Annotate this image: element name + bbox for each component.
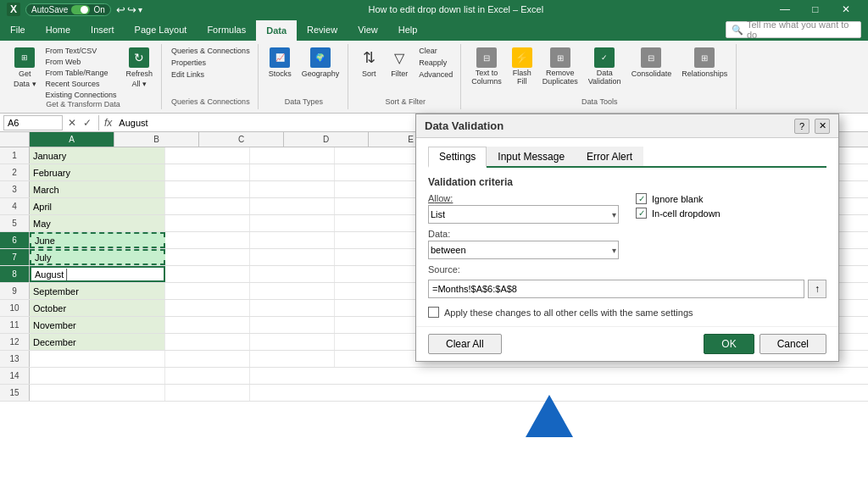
relationships-button[interactable]: ⊞ Relationships bbox=[678, 46, 731, 80]
apply-checkbox[interactable] bbox=[428, 307, 439, 318]
quick-access-more[interactable]: ▾ bbox=[138, 5, 142, 14]
dialog-tab-error-alert[interactable]: Error Alert bbox=[576, 147, 643, 166]
stocks-button[interactable]: 📈 Stocks bbox=[265, 46, 295, 80]
data-validation-dialog[interactable]: Data Validation ? ✕ Settings Input Messa… bbox=[415, 114, 839, 362]
get-data-button[interactable]: ⊞ Get Data ▾ bbox=[10, 46, 40, 90]
cell-c13[interactable] bbox=[250, 351, 335, 367]
cell-d10[interactable] bbox=[335, 300, 420, 316]
cell-b7[interactable] bbox=[165, 249, 250, 265]
cell-d6[interactable] bbox=[335, 232, 420, 248]
tab-view[interactable]: View bbox=[348, 19, 388, 41]
cell-d3[interactable] bbox=[335, 181, 420, 197]
cell-b4[interactable] bbox=[165, 198, 250, 214]
cell-b3[interactable] bbox=[165, 181, 250, 197]
remove-duplicates-button[interactable]: ⊞ RemoveDuplicates bbox=[539, 46, 581, 88]
tab-insert[interactable]: Insert bbox=[81, 19, 125, 41]
allow-select[interactable]: List ▾ bbox=[428, 205, 619, 224]
tab-file[interactable]: File bbox=[0, 19, 36, 41]
cell-c11[interactable] bbox=[250, 317, 335, 333]
cell-a13[interactable] bbox=[30, 351, 165, 367]
cell-c8[interactable] bbox=[250, 266, 335, 282]
cell-d4[interactable] bbox=[335, 198, 420, 214]
cell-a9[interactable]: September bbox=[30, 283, 165, 299]
edit-links-button[interactable]: Edit Links bbox=[169, 69, 253, 80]
text-to-columns-button[interactable]: ⊟ Text toColumns bbox=[468, 46, 505, 88]
cell-a5[interactable]: May bbox=[30, 215, 165, 231]
clear-button[interactable]: Clear bbox=[416, 46, 455, 56]
name-box[interactable]: A6 bbox=[3, 115, 63, 130]
autosave-toggle[interactable] bbox=[71, 5, 90, 14]
tab-page-layout[interactable]: Page Layout bbox=[125, 19, 198, 41]
cell-d12[interactable] bbox=[335, 334, 420, 350]
cell-d1[interactable] bbox=[335, 147, 420, 164]
sort-button[interactable]: ⇅ Sort bbox=[355, 46, 382, 80]
data-select[interactable]: between ▾ bbox=[428, 241, 619, 259]
close-button[interactable]: ✕ bbox=[831, 0, 861, 19]
cell-d2[interactable] bbox=[335, 164, 420, 180]
tell-me-search[interactable]: 🔍 Tell me what you want to do bbox=[726, 21, 861, 38]
tab-review[interactable]: Review bbox=[297, 19, 348, 41]
filter-button[interactable]: ▽ Filter bbox=[386, 46, 413, 80]
cell-c9[interactable] bbox=[250, 283, 335, 299]
flash-fill-button[interactable]: ⚡ FlashFill bbox=[509, 46, 536, 88]
consolidate-button[interactable]: ⊟ Consolidate bbox=[628, 46, 676, 80]
clear-all-button[interactable]: Clear All bbox=[428, 334, 502, 354]
cell-a1[interactable]: January bbox=[30, 147, 165, 164]
data-validation-button[interactable]: ✓ DataValidation bbox=[585, 46, 625, 88]
cell-b10[interactable] bbox=[165, 300, 250, 316]
ignore-blank-checkbox[interactable]: ✓ bbox=[636, 193, 647, 204]
cell-c12[interactable] bbox=[250, 334, 335, 350]
properties-button[interactable]: Properties bbox=[169, 58, 253, 68]
tab-help[interactable]: Help bbox=[388, 19, 428, 41]
cell-a11[interactable]: November bbox=[30, 317, 165, 333]
source-input[interactable]: =Months!$A$6:$A$8 bbox=[428, 280, 804, 298]
redo-icon[interactable]: ↪ bbox=[127, 3, 136, 16]
cell-a12[interactable]: December bbox=[30, 334, 165, 350]
cell-c6[interactable] bbox=[250, 232, 335, 248]
from-text-csv-button[interactable]: From Text/CSV bbox=[43, 46, 120, 56]
refresh-all-button[interactable]: ↻ Refresh All ▾ bbox=[123, 46, 157, 90]
cancel-formula-button[interactable]: ✕ bbox=[66, 117, 78, 129]
dialog-tab-input-message[interactable]: Input Message bbox=[487, 147, 576, 166]
cell-b11[interactable] bbox=[165, 317, 250, 333]
from-web-button[interactable]: From Web bbox=[43, 57, 120, 67]
tab-data[interactable]: Data bbox=[256, 19, 297, 41]
cell-b13[interactable] bbox=[165, 351, 250, 367]
cancel-button[interactable]: Cancel bbox=[760, 334, 826, 354]
cell-c10[interactable] bbox=[250, 300, 335, 316]
cell-c5[interactable] bbox=[250, 215, 335, 231]
advanced-button[interactable]: Advanced bbox=[416, 69, 455, 80]
cell-a14[interactable] bbox=[30, 368, 165, 384]
tab-formulas[interactable]: Formulas bbox=[197, 19, 256, 41]
from-table-button[interactable]: From Table/Range bbox=[43, 68, 120, 78]
cell-d11[interactable] bbox=[335, 317, 420, 333]
confirm-formula-button[interactable]: ✓ bbox=[81, 117, 93, 129]
dialog-close-button[interactable]: ✕ bbox=[815, 119, 830, 134]
cell-a15[interactable] bbox=[30, 385, 165, 401]
cell-b14[interactable] bbox=[165, 368, 250, 384]
cell-c2[interactable] bbox=[250, 164, 335, 180]
cell-b1[interactable] bbox=[165, 147, 250, 164]
dialog-help-button[interactable]: ? bbox=[794, 119, 810, 134]
cell-c7[interactable] bbox=[250, 249, 335, 265]
tab-home[interactable]: Home bbox=[36, 19, 81, 41]
cell-b2[interactable] bbox=[165, 164, 250, 180]
cell-d9[interactable] bbox=[335, 283, 420, 299]
cell-a7[interactable]: July bbox=[30, 249, 165, 265]
cell-b12[interactable] bbox=[165, 334, 250, 350]
cell-c4[interactable] bbox=[250, 198, 335, 214]
geography-button[interactable]: 🌍 Geography bbox=[298, 46, 343, 80]
cell-b15[interactable] bbox=[165, 385, 250, 401]
cell-a4[interactable]: April bbox=[30, 198, 165, 214]
cell-a8[interactable]: August│ bbox=[30, 266, 165, 282]
cell-d8[interactable] bbox=[335, 266, 420, 282]
in-cell-dropdown-checkbox[interactable]: ✓ bbox=[636, 208, 647, 219]
cell-a6[interactable]: June bbox=[30, 232, 165, 248]
cell-c1[interactable] bbox=[250, 147, 335, 164]
cell-a3[interactable]: March bbox=[30, 181, 165, 197]
cell-b6[interactable] bbox=[165, 232, 250, 248]
undo-icon[interactable]: ↩ bbox=[116, 3, 125, 16]
reapply-button[interactable]: Reapply bbox=[416, 58, 455, 68]
cell-d7[interactable] bbox=[335, 249, 420, 265]
ok-button[interactable]: OK bbox=[704, 334, 754, 354]
